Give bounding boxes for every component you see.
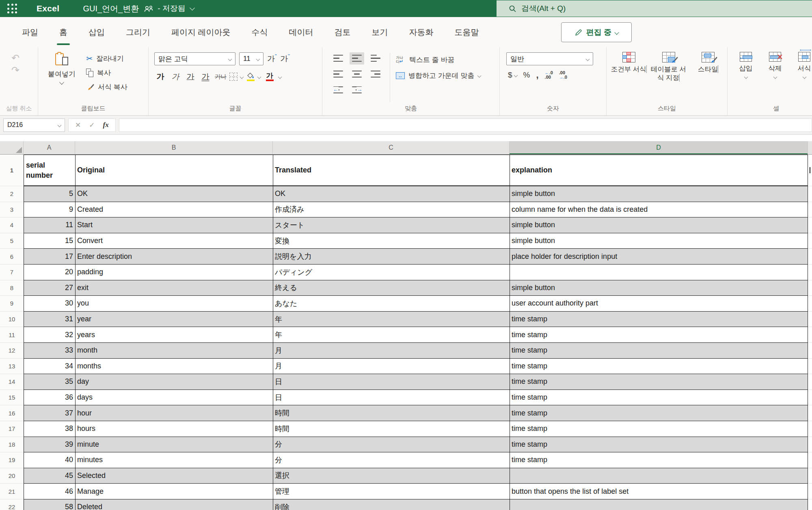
number-format-select[interactable]: 일반 bbox=[506, 52, 593, 65]
cell-explanation[interactable]: time stamp bbox=[510, 327, 808, 343]
cell-e[interactable] bbox=[808, 296, 812, 312]
cell-explanation[interactable]: time stamp bbox=[510, 312, 808, 327]
cell-translated[interactable]: 変換 bbox=[273, 233, 510, 249]
row-number[interactable]: 13 bbox=[0, 359, 24, 374]
cell-explanation[interactable]: simple button bbox=[510, 217, 808, 233]
align-left-button[interactable] bbox=[331, 68, 346, 80]
cell-serial[interactable]: 35 bbox=[24, 374, 75, 390]
cell-serial[interactable]: 34 bbox=[24, 359, 75, 374]
cell-serial[interactable]: 27 bbox=[24, 280, 75, 296]
cell-original[interactable]: hour bbox=[75, 405, 273, 421]
header-cell-original[interactable]: Original bbox=[75, 155, 273, 186]
row-number[interactable]: 6 bbox=[0, 249, 24, 265]
cell-serial[interactable]: 36 bbox=[24, 390, 75, 406]
cell-original[interactable]: OK bbox=[75, 186, 273, 202]
row-number[interactable]: 7 bbox=[0, 265, 24, 280]
cell-e[interactable] bbox=[808, 452, 812, 468]
cell-serial[interactable]: 39 bbox=[24, 437, 75, 453]
cell-e[interactable] bbox=[808, 484, 812, 499]
confirm-entry-icon[interactable]: ✓ bbox=[89, 121, 95, 129]
cell-original[interactable]: Convert bbox=[75, 233, 273, 249]
decrease-indent-button[interactable]: ← bbox=[331, 84, 346, 96]
cell-serial[interactable]: 9 bbox=[24, 202, 75, 218]
cell-e[interactable] bbox=[808, 468, 812, 484]
format-painter-button[interactable]: 서식 복사 bbox=[86, 82, 127, 92]
cell-explanation[interactable]: column name for when the data is created bbox=[510, 202, 808, 218]
cell-serial[interactable]: 30 bbox=[24, 296, 75, 312]
cell-explanation[interactable]: simple button bbox=[510, 233, 808, 249]
cell-explanation[interactable]: simple button bbox=[510, 186, 808, 202]
cell-translated[interactable]: パディング bbox=[273, 265, 510, 280]
cell-translated[interactable]: あなた bbox=[273, 296, 510, 312]
column-header-d-selected[interactable]: D bbox=[510, 141, 808, 155]
cut-button[interactable]: ✂ 잘라내기 bbox=[86, 54, 127, 63]
cell-original[interactable]: year bbox=[75, 312, 273, 327]
cell-translated[interactable]: 終える bbox=[273, 280, 510, 296]
ribbon-tab[interactable]: 홈 bbox=[49, 17, 78, 47]
cell-explanation[interactable]: time stamp bbox=[510, 374, 808, 390]
cell-explanation[interactable] bbox=[510, 468, 808, 484]
cell-translated[interactable]: 年 bbox=[273, 327, 510, 343]
decrease-decimal-button[interactable]: .00 →.0 bbox=[559, 71, 567, 80]
row-number[interactable]: 16 bbox=[0, 405, 24, 421]
cell-translated[interactable]: スタート bbox=[273, 217, 510, 233]
ribbon-tab[interactable]: 자동화 bbox=[399, 17, 444, 47]
cell-serial[interactable]: 15 bbox=[24, 233, 75, 249]
row-number[interactable]: 19 bbox=[0, 452, 24, 468]
cell-translated[interactable]: 説明を入力 bbox=[273, 249, 510, 265]
ribbon-tab[interactable]: 페이지 레이아웃 bbox=[161, 17, 241, 47]
header-cell-explanation[interactable]: explanation bbox=[510, 155, 808, 186]
header-cell-translated[interactable]: Translated bbox=[273, 155, 510, 186]
cell-original[interactable]: Manage bbox=[75, 484, 273, 499]
align-center-button[interactable] bbox=[350, 68, 364, 80]
insert-function-icon[interactable]: fx bbox=[103, 121, 109, 129]
cell-serial[interactable]: 20 bbox=[24, 265, 75, 280]
row-number[interactable]: 15 bbox=[0, 390, 24, 406]
cell-translated[interactable]: 日 bbox=[273, 390, 510, 406]
ribbon-tab[interactable]: 수식 bbox=[241, 17, 279, 47]
ribbon-tab[interactable]: 데이터 bbox=[279, 17, 324, 47]
cell-explanation[interactable]: time stamp bbox=[510, 405, 808, 421]
cell-e[interactable] bbox=[808, 421, 812, 437]
cell-original[interactable]: days bbox=[75, 390, 273, 406]
align-top-button[interactable] bbox=[331, 52, 346, 65]
cell-original[interactable]: day bbox=[75, 374, 273, 390]
merge-center-button[interactable]: ↔ 병합하고 가운데 맞춤 bbox=[396, 71, 481, 80]
cell-explanation[interactable]: button that opens the list of label set bbox=[510, 484, 808, 499]
formula-input[interactable] bbox=[119, 118, 812, 132]
partial-cell-e[interactable] bbox=[808, 155, 812, 186]
cell-explanation[interactable]: user account authority part bbox=[510, 296, 808, 312]
app-launcher-icon[interactable] bbox=[7, 4, 17, 13]
cell-e[interactable] bbox=[808, 265, 812, 280]
align-middle-button[interactable] bbox=[350, 52, 364, 65]
cell-serial[interactable]: 33 bbox=[24, 343, 75, 359]
cell-serial[interactable]: 11 bbox=[24, 217, 75, 233]
cell-serial[interactable]: 45 bbox=[24, 468, 75, 484]
row-number[interactable]: 3 bbox=[0, 202, 24, 218]
cell-original[interactable]: Start bbox=[75, 217, 273, 233]
people-presence-icon[interactable] bbox=[144, 5, 153, 12]
cell-explanation[interactable]: time stamp bbox=[510, 437, 808, 453]
font-size-select[interactable]: 11 bbox=[239, 52, 263, 65]
cell-original[interactable]: padding bbox=[75, 265, 273, 280]
row-number[interactable]: 8 bbox=[0, 280, 24, 296]
cell-translated[interactable]: 分 bbox=[273, 437, 510, 453]
cell-translated[interactable]: OK bbox=[273, 186, 510, 202]
cell-translated[interactable]: 作成済み bbox=[273, 202, 510, 218]
cell-serial[interactable]: 17 bbox=[24, 249, 75, 265]
cell-e[interactable] bbox=[808, 327, 812, 343]
shrink-font-button[interactable]: 가ˇ bbox=[280, 54, 289, 64]
cell-original[interactable]: you bbox=[75, 296, 273, 312]
cell-explanation[interactable]: time stamp bbox=[510, 390, 808, 406]
cell-translated[interactable]: 選択 bbox=[273, 468, 510, 484]
column-header-b[interactable]: B bbox=[75, 141, 273, 155]
cell-serial[interactable]: 31 bbox=[24, 312, 75, 327]
double-underline-button[interactable]: 가 bbox=[199, 71, 212, 82]
cell-translated[interactable]: 時間 bbox=[273, 405, 510, 421]
chevron-down-icon[interactable] bbox=[257, 75, 261, 79]
cell-e[interactable] bbox=[808, 312, 812, 327]
row-number[interactable]: 20 bbox=[0, 468, 24, 484]
underline-button[interactable]: 가 bbox=[184, 71, 197, 82]
row-number[interactable]: 9 bbox=[0, 296, 24, 312]
cell-e[interactable] bbox=[808, 249, 812, 265]
